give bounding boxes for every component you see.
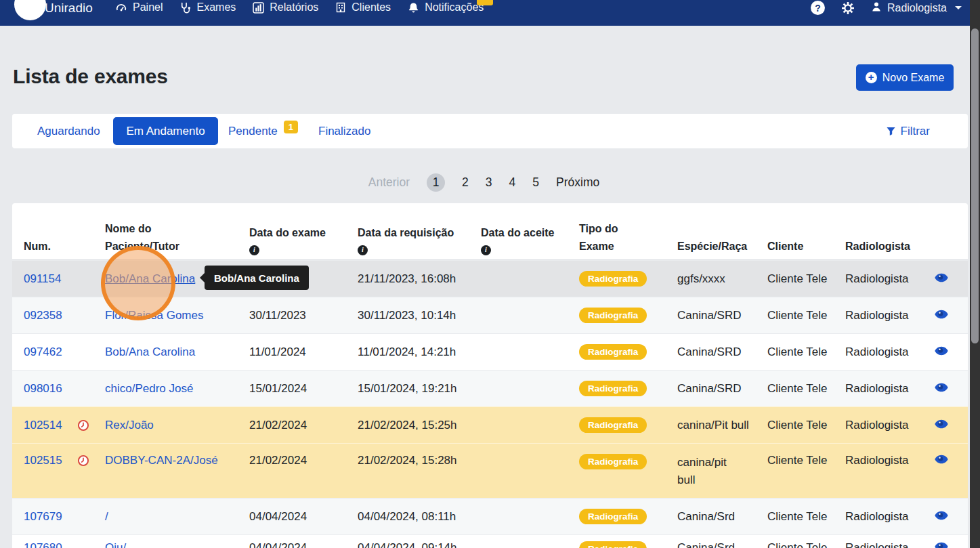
notification-badge [477, 0, 493, 5]
table-row: 092358 Flor/Raissa Gomes 30/11/2023 30/1… [12, 297, 968, 333]
table-row: 107680 Qiu/ 04/04/2024 04/04/2024, 09:14… [12, 534, 968, 548]
exam-number-link[interactable]: 098016 [24, 382, 62, 396]
stethoscope-icon [179, 2, 191, 14]
exam-number-link[interactable]: 097462 [24, 345, 62, 359]
patient-link[interactable]: chico/Pedro José [105, 382, 193, 395]
accept-date-cell [481, 535, 579, 541]
view-exam-icon[interactable] [935, 345, 948, 359]
species-cell: Canina/SRD [677, 382, 767, 396]
tab-em-andamento[interactable]: Em Andamento [113, 117, 218, 145]
status-tabs: Aguardando Em Andamento Pendente 1 Final… [12, 114, 968, 148]
patient-link[interactable]: Flor/Raissa Gomes [105, 309, 203, 322]
exam-type-badge: Radiografia [579, 454, 647, 469]
client-cell: Cliente Tele [767, 272, 845, 286]
nav-item-painel[interactable]: Painel [115, 1, 163, 14]
view-exam-icon[interactable] [935, 272, 948, 286]
exam-type-badge: Radiografia [579, 509, 647, 524]
client-cell: Cliente Tele [767, 444, 845, 467]
new-exam-label: Novo Exame [882, 72, 945, 84]
info-icon[interactable] [249, 245, 259, 255]
request-date-cell: 21/02/2024, 15:25h [358, 419, 481, 432]
info-icon[interactable] [358, 245, 368, 255]
patient-link[interactable]: Bob/Ana Carolina [105, 345, 195, 358]
exam-number-link[interactable]: 092358 [24, 309, 62, 322]
pagination-page-1[interactable]: 1 [427, 173, 445, 192]
view-exam-icon[interactable] [935, 309, 948, 322]
nav-item-clientes[interactable]: Clientes [335, 1, 391, 14]
pagination-previous[interactable]: Anterior [368, 175, 410, 190]
exam-type-badge: Radiografia [579, 417, 647, 433]
exam-type-badge: Radiografia [579, 271, 647, 287]
header-actions [930, 199, 968, 264]
request-date-cell: 30/11/2023, 10:14h [358, 309, 481, 322]
species-cell: Canina/SRD [677, 345, 767, 359]
view-exam-icon[interactable] [935, 454, 948, 467]
pagination-page-2[interactable]: 2 [462, 175, 469, 190]
bell-icon [408, 2, 419, 14]
vertical-scrollbar [970, 0, 980, 548]
pagination-page-4[interactable]: 4 [509, 175, 516, 190]
patient-link[interactable]: Bob/Ana Carolina [105, 272, 195, 285]
pagination-next[interactable]: Próximo [556, 175, 599, 190]
radiologist-cell: Radiologista [845, 309, 930, 322]
view-exam-icon[interactable] [935, 382, 948, 396]
table-row: 107679 / 04/04/2024 04/04/2024, 08:11h R… [12, 498, 968, 534]
patient-link[interactable]: / [105, 510, 108, 523]
exam-type-badge: Radiografia [579, 308, 647, 323]
pagination-page-5[interactable]: 5 [532, 175, 539, 190]
client-cell: Cliente Tele [767, 510, 845, 524]
top-navbar: Uniradio Painel Exames Relatórios Client… [0, 0, 980, 26]
exam-number-link[interactable]: 107679 [24, 510, 62, 524]
nav-label: Exames [196, 1, 236, 14]
tab-aguardando[interactable]: Aguardando [37, 114, 100, 148]
exam-date-cell: 21/02/2024 [249, 444, 358, 467]
view-exam-icon[interactable] [935, 541, 948, 548]
pendente-count-badge: 1 [284, 121, 298, 133]
exam-date-cell: 04/04/2024 [249, 510, 358, 524]
exam-type-badge: Radiografia [579, 344, 647, 360]
filter-button[interactable]: Filtrar [886, 114, 930, 148]
species-cell: Canina/Srd [677, 510, 767, 524]
nav-item-exames[interactable]: Exames [179, 1, 236, 14]
new-exam-button[interactable]: Novo Exame [856, 64, 954, 91]
view-exam-icon[interactable] [935, 419, 948, 432]
pagination-page-3[interactable]: 3 [486, 175, 492, 190]
late-clock-icon [77, 455, 89, 467]
tooltip-text: Bob/Ana Carolina [214, 272, 299, 284]
patient-link[interactable]: DOBBY-CAN-2A/José [105, 454, 218, 467]
request-date-cell: 11/01/2024, 14:21h [358, 345, 481, 359]
exam-number-link[interactable]: 102515 [24, 454, 62, 467]
request-date-cell: 15/01/2024, 19:21h [358, 382, 481, 396]
exam-number-link[interactable]: 102514 [24, 419, 62, 432]
info-icon[interactable] [481, 245, 491, 255]
nav-item-relatorios[interactable]: Relatórios [253, 1, 318, 14]
user-menu[interactable]: Radiologista [871, 1, 962, 15]
exam-number-link[interactable]: 107680 [24, 541, 62, 548]
nav-label: Relatórios [270, 1, 318, 14]
header-request-date: Data da requisição [358, 199, 481, 264]
help-icon[interactable] [811, 1, 825, 15]
tab-finalizado[interactable]: Finalizado [318, 114, 371, 148]
species-cell: ggfs/xxxx [677, 272, 767, 286]
header-exam-date: Data do exame [249, 199, 358, 264]
header-num: Num. [12, 199, 105, 264]
gear-icon[interactable] [841, 1, 855, 15]
patient-tooltip: Bob/Ana Carolina [205, 266, 309, 290]
tab-pendente[interactable]: Pendente 1 [228, 114, 298, 148]
scrollbar-thumb[interactable] [971, 28, 979, 343]
patient-link[interactable]: Rex/João [105, 419, 154, 431]
view-exam-icon[interactable] [935, 510, 948, 524]
nav-label: Clientes [351, 1, 391, 14]
radiologist-cell: Radiologista [845, 419, 930, 432]
pagination: Anterior 1 2 3 4 5 Próximo [0, 173, 968, 192]
patient-link[interactable]: Qiu/ [105, 541, 126, 548]
request-date-cell: 04/04/2024, 09:14h [358, 535, 481, 548]
radiologist-cell: Radiologista [845, 272, 930, 286]
client-cell: Cliente Tele [767, 382, 845, 396]
nav-item-notificacoes[interactable]: Notificações [408, 1, 484, 14]
exam-number-link[interactable]: 091154 [24, 272, 61, 286]
table-row: 102514 Rex/João 21/02/2024 21/02/2024, 1… [12, 406, 968, 443]
header-accept-date: Data do aceite [481, 199, 579, 264]
radiologist-cell: Radiologista [845, 535, 930, 548]
exam-date-cell: 21/02/2024 [249, 419, 358, 432]
